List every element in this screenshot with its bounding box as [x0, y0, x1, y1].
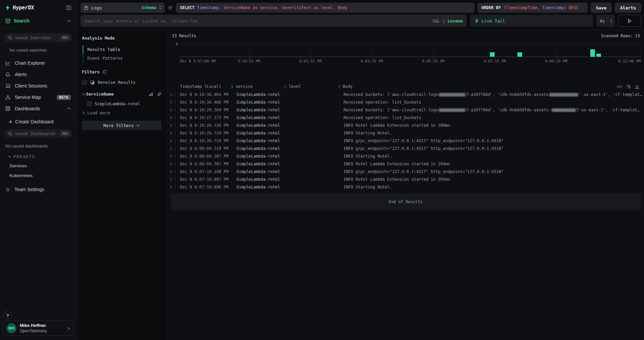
sidebar-item-search[interactable]: Search — [0, 14, 76, 29]
sidebar-item-alerts[interactable]: Alerts — [0, 69, 76, 80]
saved-dashboards-input[interactable]: Saved Dashboards ⌘K — [4, 129, 72, 138]
column-level[interactable]: level — [289, 84, 343, 89]
log-table: Timestamp (Local) service level Body — [167, 82, 644, 191]
body-cell: Received buckets: ['aws-cloudtrail-logs7… — [343, 108, 644, 112]
chevron-right-icon[interactable] — [170, 139, 173, 143]
table-row[interactable]: Dec 8 6:10:36.466 PMSimpleLambda-rotelRe… — [167, 98, 644, 106]
chevron-right-icon[interactable] — [170, 155, 173, 158]
sidebar-item-service-map[interactable]: Service Map BETA — [0, 92, 76, 103]
help-button[interactable]: ? — [3, 311, 12, 320]
drag-handle-icon[interactable] — [284, 85, 286, 89]
table-row[interactable]: Dec 8 6:10:36.864 PMSimpleLambda-rotelRe… — [167, 91, 644, 98]
sidebar-item-chart-explorer[interactable]: Chart Explorer — [0, 57, 76, 69]
column-timestamp[interactable]: Timestamp (Local) — [180, 84, 236, 89]
table-header: Timestamp (Local) service level Body — [167, 82, 644, 91]
chevron-right-icon[interactable] — [170, 124, 173, 127]
facet-value-checkbox[interactable] — [87, 101, 92, 106]
denoise-results-row[interactable]: Denoise Results — [82, 80, 162, 85]
more-filters-button[interactable]: More filters — [82, 121, 162, 130]
histogram-bar[interactable] — [590, 49, 595, 57]
search-table-icon — [5, 18, 10, 23]
saved-searches-input[interactable]: Saved Searches ⌘K — [4, 33, 72, 42]
live-tail-button[interactable]: Live Tail — [470, 15, 593, 27]
source-select[interactable]: Logs Schema — [81, 3, 165, 13]
table-row[interactable]: Dec 8 6:08:04.307 PMSimpleLambda-rotelIN… — [167, 152, 644, 160]
lucene-mode-toggle[interactable]: Lucene — [448, 18, 463, 23]
service-cell: SimpleLambda-rotel — [236, 185, 289, 189]
facet-value-row[interactable]: SimpleLambda-rotel — [87, 101, 162, 106]
chevron-right-icon[interactable] — [170, 185, 173, 189]
sidebar-item-client-sessions[interactable]: Client Sessions — [0, 80, 76, 92]
histogram-bar[interactable] — [596, 54, 601, 57]
event-search-input[interactable] — [85, 18, 432, 23]
lightning-icon — [475, 18, 478, 23]
mode-results-table[interactable]: Results Table — [83, 45, 162, 54]
chevron-up-icon[interactable] — [67, 20, 71, 22]
wrap-text-icon[interactable] — [626, 84, 631, 89]
table-row[interactable]: Dec 8 6:10:29.284 PMSimpleLambda-rotelRe… — [167, 106, 644, 114]
source-settings-gear-icon[interactable] — [168, 5, 173, 10]
table-row[interactable]: Dec 8 6:07:10.097 PMSimpleLambda-rotelIN… — [167, 175, 644, 183]
table-row[interactable]: Dec 8 6:07:10.108 PMSimpleLambda-rotelIN… — [167, 168, 644, 175]
column-body[interactable]: Body — [343, 84, 616, 89]
service-cell: SimpleLambda-rotel — [236, 108, 289, 112]
table-row[interactable]: Dec 8 6:07:10.096 PMSimpleLambda-rotelIN… — [167, 183, 644, 191]
denoise-checkbox[interactable] — [82, 80, 87, 85]
facet-chart-icon[interactable] — [149, 92, 153, 96]
load-more-button[interactable]: Load more — [83, 110, 162, 115]
chevron-right-icon[interactable] — [170, 131, 173, 135]
service-cell: SimpleLambda-rotel — [236, 138, 289, 143]
chevron-right-icon[interactable] — [170, 162, 173, 166]
body-cell: INFO Starting Rotel. — [343, 154, 644, 159]
column-service[interactable]: service — [236, 84, 289, 89]
table-row[interactable]: Dec 8 6:10:26.724 PMSimpleLambda-rotelIN… — [167, 129, 644, 137]
schema-link[interactable]: Schema — [142, 5, 156, 10]
create-dashboard-button[interactable]: Create Dashboard — [9, 119, 71, 124]
preset-item-kubernetes[interactable]: Kubernetes — [9, 173, 71, 178]
gridline — [556, 45, 556, 57]
preset-item-services[interactable]: Services — [9, 163, 71, 168]
table-row[interactable]: Dec 8 6:10:27.173 PMSimpleLambda-rotelRe… — [167, 114, 644, 121]
pin-icon[interactable] — [157, 92, 162, 96]
event-search-box[interactable]: SQL | Lucene — [81, 15, 467, 27]
gridline — [372, 45, 372, 57]
facet-servicename[interactable]: ServiceName — [82, 92, 162, 97]
order-by-input[interactable]: ORDER BY (TimestampTime, Timestamp) DESC — [477, 3, 588, 13]
save-button[interactable]: Save — [591, 3, 612, 13]
gridline — [433, 45, 434, 57]
collapse-sidebar-icon[interactable] — [66, 5, 72, 10]
download-icon[interactable] — [635, 84, 639, 89]
chevron-right-icon[interactable] — [170, 108, 173, 112]
sidebar-nav: Chart Explorer Alerts Client Sessions Se… — [0, 57, 76, 114]
hyperdx-logo-icon — [5, 5, 10, 10]
sidebar-item-dashboards[interactable]: Dashboards — [0, 103, 76, 114]
chevron-right-icon[interactable] — [170, 101, 173, 104]
x-axis-label: 6:07:15 PM — [484, 59, 506, 63]
table-row[interactable]: Dec 8 6:08:04.319 PMSimpleLambda-rotelIN… — [167, 145, 644, 152]
presets-toggle[interactable]: PRESETS — [8, 155, 71, 159]
chevron-up-icon[interactable] — [67, 107, 71, 110]
user-card[interactable]: MH Mike Heffner OpenTelemetry — [3, 321, 74, 336]
table-row[interactable]: Dec 8 6:08:04.307 PMSimpleLambda-rotelIN… — [167, 160, 644, 168]
histogram-bar[interactable] — [517, 52, 522, 57]
refresh-filters-icon[interactable] — [102, 70, 107, 74]
mode-event-patterns[interactable]: Event Patterns — [83, 54, 162, 63]
alerts-button[interactable]: Alerts — [615, 3, 641, 13]
chevron-right-icon[interactable] — [170, 93, 173, 96]
table-row[interactable]: Dec 8 6:10:26.726 PMSimpleLambda-rotelIN… — [167, 121, 644, 129]
service-cell: SimpleLambda-rotel — [236, 154, 289, 159]
drag-handle-icon[interactable] — [231, 85, 233, 89]
play-button[interactable] — [618, 15, 641, 27]
refresh-interval-select[interactable]: 4s — [596, 15, 615, 27]
chevron-right-icon[interactable] — [170, 178, 173, 181]
histogram-bar[interactable] — [490, 52, 495, 57]
table-row[interactable]: Dec 8 6:10:26.724 PMSimpleLambda-rotelIN… — [167, 137, 644, 145]
chevron-right-icon[interactable] — [170, 116, 173, 119]
sql-mode-toggle[interactable]: SQL — [432, 18, 440, 23]
sidebar-item-team-settings[interactable]: Team Settings — [5, 187, 71, 192]
code-view-icon[interactable]: </> — [616, 84, 622, 89]
select-query-input[interactable]: SELECT Timestamp, ServiceName as service… — [176, 3, 474, 13]
chevron-right-icon[interactable] — [170, 147, 173, 150]
drag-handle-icon[interactable] — [338, 85, 340, 89]
chevron-right-icon[interactable] — [170, 170, 173, 173]
